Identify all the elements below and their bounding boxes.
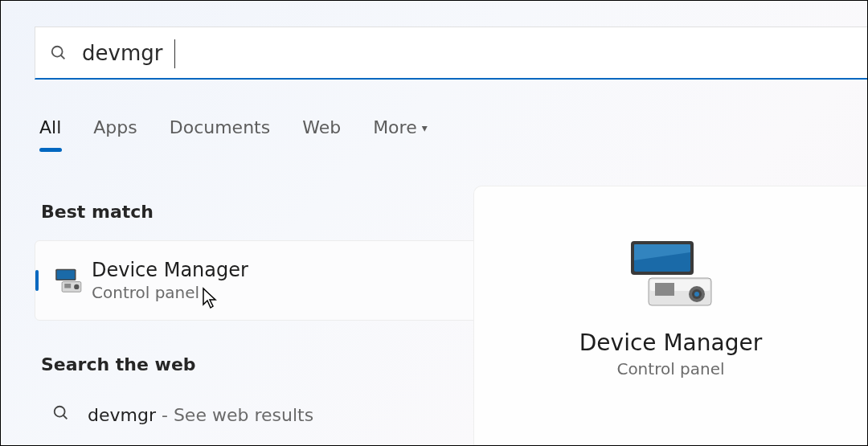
svg-rect-5 <box>64 284 71 288</box>
svg-point-7 <box>55 407 65 417</box>
tab-more-label: More <box>373 117 417 137</box>
web-result-query: devmgr <box>88 405 156 425</box>
best-match-title: Device Manager <box>92 259 248 281</box>
search-web-heading: Search the web <box>41 354 196 374</box>
tab-documents[interactable]: Documents <box>170 117 270 152</box>
best-match-result[interactable]: Device Manager Control panel <box>35 240 485 321</box>
filter-tabs: All Apps Documents Web More ▾ <box>39 117 428 152</box>
web-result-desc: - See web results <box>156 405 313 425</box>
tab-more[interactable]: More ▾ <box>373 117 428 152</box>
best-match-heading: Best match <box>41 202 154 222</box>
svg-point-6 <box>74 284 79 289</box>
tab-all[interactable]: All <box>39 117 61 152</box>
preview-subtitle: Control panel <box>616 359 724 378</box>
best-match-text: Device Manager Control panel <box>92 259 248 302</box>
device-manager-icon <box>53 265 84 296</box>
preview-title: Device Manager <box>579 329 762 356</box>
web-search-result[interactable]: devmgr - See web results 〉 <box>52 404 486 426</box>
search-bar[interactable] <box>35 27 867 80</box>
svg-point-17 <box>694 292 699 297</box>
svg-line-1 <box>61 55 65 59</box>
search-icon <box>52 404 70 426</box>
tab-apps[interactable]: Apps <box>93 117 137 152</box>
search-input[interactable] <box>82 41 853 65</box>
svg-point-0 <box>52 46 63 56</box>
svg-line-8 <box>63 415 68 419</box>
svg-rect-3 <box>57 270 75 279</box>
preview-pane: Device Manager Control panel <box>473 186 867 445</box>
svg-rect-14 <box>655 283 674 296</box>
device-manager-icon <box>623 236 719 309</box>
tab-web[interactable]: Web <box>302 117 341 152</box>
text-caret <box>174 39 175 68</box>
web-result-text: devmgr - See web results <box>88 405 313 425</box>
best-match-subtitle: Control panel <box>92 283 248 302</box>
chevron-down-icon: ▾ <box>422 121 428 134</box>
search-icon <box>50 44 68 62</box>
